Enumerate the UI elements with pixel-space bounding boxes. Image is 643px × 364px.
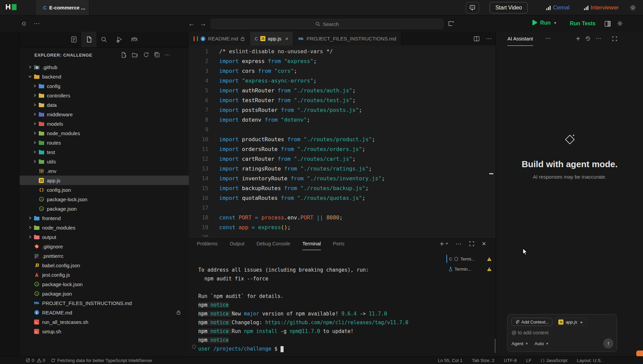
status-item[interactable]: Layout: U.S. (577, 358, 602, 363)
chevron-down-icon[interactable] (27, 75, 33, 78)
search-view-icon[interactable] (96, 32, 112, 47)
settings-gear-icon[interactable] (629, 4, 637, 12)
tab-ai-assistant[interactable]: AI Assistant (507, 32, 533, 46)
collaborators-icon[interactable] (127, 32, 142, 47)
tree-item-backend[interactable]: backend (20, 72, 189, 81)
tree-item-readme-md[interactable]: iREADME.md (20, 308, 189, 317)
maximize-panel-icon[interactable] (469, 241, 474, 246)
back-arrow-icon[interactable]: ← (188, 20, 195, 27)
tree-item-project-files-instructions-md[interactable]: MPROJECT_FILES_INSTRUCTIONS.md (20, 298, 189, 308)
code-line-19[interactable]: 19const app = express(); (189, 222, 496, 232)
explorer-more-icon[interactable]: ⋯ (165, 52, 170, 58)
history-icon[interactable] (585, 36, 591, 41)
panel-tab-problems[interactable]: Problems (197, 237, 217, 250)
chevron-right-icon[interactable] (32, 103, 37, 107)
warnings-icon[interactable]: 0 (37, 358, 46, 363)
tree-item-node-modules[interactable]: node_modules (20, 223, 189, 232)
split-editor-icon[interactable] (473, 36, 480, 42)
open-preview-icon[interactable] (448, 20, 455, 27)
chevron-right-icon[interactable] (32, 131, 37, 135)
tab-project-files-instructions[interactable]: M PROJECT_FILES_INSTRUCTIONS.md (293, 32, 401, 46)
tree-item-jest-config-js[interactable]: jest.config.js (20, 270, 189, 279)
errors-icon[interactable]: 0 (26, 358, 34, 363)
status-item[interactable]: UTF-8 (504, 358, 517, 363)
code-line-1[interactable]: 1/* eslint-disable no-unused-vars */ (189, 47, 496, 56)
code-line-5[interactable]: 5import authRouter from "./routes/auth.j… (189, 86, 496, 95)
agent-mode-dropdown[interactable]: Agent ▼ (512, 341, 528, 346)
refresh-icon[interactable] (143, 52, 149, 58)
code-line-15[interactable]: 15import backupRoutes from "./routes/bac… (189, 183, 496, 193)
status-item[interactable]: LF (526, 358, 532, 363)
new-terminal-icon[interactable]: ▼ (439, 241, 448, 246)
ai-chat-input[interactable]: Add Context... JS app.js + @ to add cont… (507, 314, 617, 352)
tree-item--prettierrc[interactable]: .prettierrc (20, 251, 189, 261)
close-tab-icon[interactable]: × (285, 36, 288, 41)
add-file-plus-icon[interactable]: + (580, 319, 583, 325)
code-line-12[interactable]: 12import cartRouter from "./routes/cart.… (189, 154, 496, 164)
panel-tab-ports[interactable]: Ports (333, 237, 345, 250)
tree-item-middleware[interactable]: middleware (20, 110, 189, 119)
chevron-right-icon[interactable] (27, 65, 33, 69)
code-line-13[interactable]: 13import ratingsRoute from "./routes/rat… (189, 164, 496, 174)
chevron-right-icon[interactable] (27, 216, 33, 220)
send-button[interactable]: ↑ (603, 338, 613, 348)
code-line-14[interactable]: 14import inventoryRoute from "./routes/i… (189, 174, 496, 183)
collapse-folders-icon[interactable] (154, 52, 160, 58)
run-button[interactable]: Run (540, 20, 551, 26)
new-folder-icon[interactable] (131, 52, 139, 58)
tree-item-utils[interactable]: utils (20, 157, 189, 166)
tree-item-test[interactable]: test (20, 147, 189, 157)
model-dropdown[interactable]: Auto ▼ (534, 341, 549, 346)
tree-item-node-modules[interactable]: node_modules (20, 128, 189, 138)
participant-interviewer[interactable]: Interviewer (584, 4, 619, 11)
notification-badge[interactable] (636, 351, 643, 357)
tree-item-run-all-testcases-sh[interactable]: >_run_all_testcases.sh (20, 317, 189, 327)
tree-item-models[interactable]: models (20, 119, 189, 128)
tab-readme[interactable]: i README.md (189, 32, 250, 46)
code-line-20[interactable]: 20 (189, 232, 496, 237)
tree-item-routes[interactable]: routes (20, 138, 189, 147)
panel-tab-terminal[interactable]: Terminal (302, 237, 321, 250)
tree-item-package-lock-json[interactable]: JSpackage-lock.json (20, 194, 189, 204)
tree-item-package-json[interactable]: JSpackage.json (20, 204, 189, 213)
ai-more-icon[interactable]: ⋯ (596, 35, 601, 41)
code-line-9[interactable]: 9 (189, 125, 496, 134)
chevron-right-icon[interactable] (32, 94, 37, 97)
files-explorer-icon[interactable] (81, 32, 96, 47)
code-line-18[interactable]: 18const PORT = process.env.PORT || 8080; (189, 213, 496, 222)
code-line-7[interactable]: 7import postsRouter from "./routes/posts… (189, 105, 496, 115)
status-item[interactable]: Tab Size: 2 (472, 358, 494, 363)
chevron-right-icon[interactable] (32, 141, 37, 144)
code-line-16[interactable]: 16import quotaRoutes from "./routes/quot… (189, 193, 496, 203)
tree-item--github[interactable]: .github (20, 62, 189, 72)
terminal-list-item[interactable]: Termin... (446, 265, 494, 273)
terminal-list-item[interactable]: CTermi... (446, 255, 494, 263)
run-play-icon[interactable] (531, 20, 537, 26)
challenge-window-tab[interactable]: C E-commerce ... (36, 0, 89, 15)
new-chat-icon[interactable] (576, 36, 581, 41)
run-dropdown-chevron-icon[interactable]: ▼ (553, 21, 557, 25)
tree-item-output[interactable]: output (20, 232, 189, 242)
expand-panel-icon[interactable] (612, 36, 617, 41)
tree-item-controllers[interactable]: controllers (20, 91, 189, 100)
tree-item--gitignore[interactable]: .gitignore (20, 242, 189, 251)
chevron-right-icon[interactable] (32, 113, 37, 116)
more-actions-icon[interactable]: ⋯ (34, 20, 40, 27)
tree-item--env[interactable]: .env (20, 166, 189, 176)
code-line-8[interactable]: 8import dotenv from "dotenv"; (189, 115, 496, 125)
tree-item-data[interactable]: data (20, 100, 189, 110)
code-line-2[interactable]: 2import express from "express"; (189, 56, 496, 66)
new-file-icon[interactable] (120, 52, 127, 58)
tree-item-package-json[interactable]: JSpackage.json (20, 289, 189, 298)
code-line-17[interactable]: 17 (189, 203, 496, 213)
tree-item-setup-sh[interactable]: >_setup.sh (20, 327, 189, 336)
chevron-right-icon[interactable] (32, 160, 37, 163)
tree-item-config[interactable]: config (20, 81, 189, 91)
tree-item-config-json[interactable]: {}config.json (20, 185, 189, 194)
run-tests-button[interactable]: Run Tests (570, 21, 595, 27)
tree-item-package-lock-json[interactable]: JSpackage-lock.json (20, 279, 189, 289)
ai-tab-overflow-icon[interactable]: ⋯ (545, 35, 551, 41)
ide-settings-gear-icon[interactable] (616, 20, 623, 27)
close-panel-icon[interactable]: ✕ (482, 241, 486, 247)
add-context-chip[interactable]: Add Context... (512, 318, 552, 326)
